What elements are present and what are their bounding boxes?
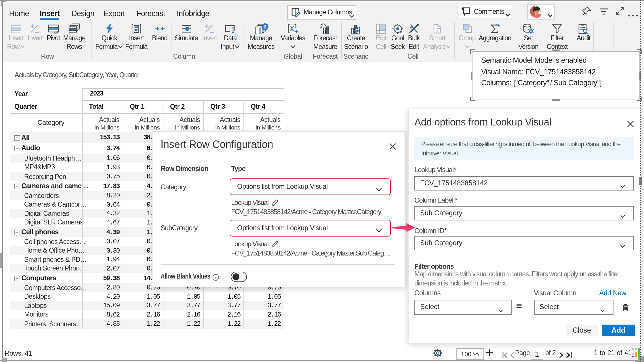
svg-text:3: 3 bbox=[263, 24, 266, 30]
